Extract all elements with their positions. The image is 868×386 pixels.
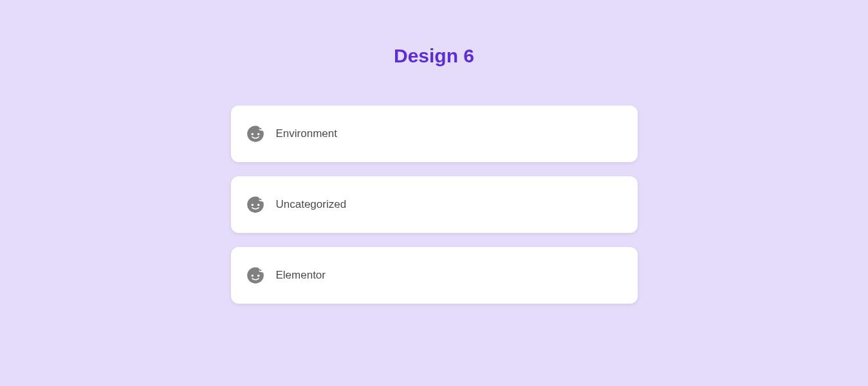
design-list: Environment Uncategorized Elementor — [231, 106, 638, 304]
list-item-label: Elementor — [276, 269, 326, 282]
list-item-label: Environment — [276, 127, 337, 140]
page-title: Design 6 — [394, 45, 474, 67]
list-item-elementor[interactable]: Elementor — [231, 247, 638, 304]
list-item-label: Uncategorized — [276, 198, 347, 211]
reddit-icon — [246, 266, 264, 284]
reddit-icon — [246, 125, 264, 143]
list-item-environment[interactable]: Environment — [231, 106, 638, 162]
list-item-uncategorized[interactable]: Uncategorized — [231, 176, 638, 233]
reddit-icon — [246, 196, 264, 214]
